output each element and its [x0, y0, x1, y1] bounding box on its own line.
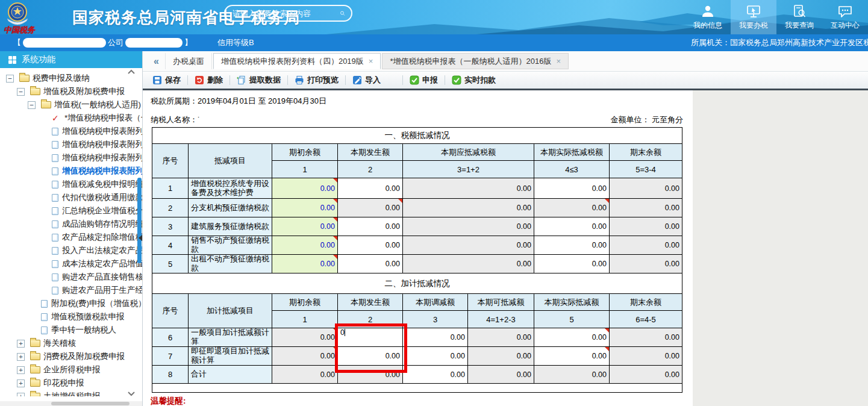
- document-icon: [52, 260, 58, 268]
- extract-data-button[interactable]: 提取数据: [234, 75, 283, 86]
- tree-item-agri-production[interactable]: 购进农产品用于生产经营: [0, 284, 142, 297]
- tab-vat-return-2016[interactable]: *增值税纳税申报表（一般纳税人适用）2016版 ×: [382, 53, 569, 69]
- close-tab-icon[interactable]: ×: [369, 57, 373, 66]
- tree-item-vat-appendix-1[interactable]: 增值税纳税申报表附列资料: [0, 125, 142, 138]
- cell-actual-deducted[interactable]: 0.00: [534, 347, 610, 366]
- tree-item-vat-prepay[interactable]: 增值税预缴税款申报: [0, 310, 142, 323]
- extract-data-icon: [237, 75, 246, 85]
- expand-toggle-icon[interactable]: +: [17, 393, 25, 397]
- collapse-toggle-icon[interactable]: −: [17, 88, 25, 96]
- nav-label: 我要查询: [785, 20, 814, 31]
- tree-folder-vat-surcharge[interactable]: −增值税及附加税费申报: [0, 85, 142, 98]
- tree-folder-tax-declaration[interactable]: −税费申报及缴纳: [0, 72, 142, 85]
- cell-current-amount[interactable]: 0.00: [338, 236, 403, 255]
- sidebar-horizontal-scrollbar-thumb[interactable]: [51, 402, 130, 405]
- cell-current-reduction[interactable]: 0.00: [403, 347, 468, 366]
- cell-ending-balance: 0.00: [610, 328, 682, 347]
- collapse-tabs-button[interactable]: «: [149, 56, 164, 67]
- cell-actual-deducted[interactable]: 0.00: [534, 217, 610, 236]
- tree-item-quarter-transfer[interactable]: 季中转一般纳税人: [0, 323, 142, 337]
- declare-button[interactable]: 申报: [407, 75, 440, 86]
- tree-item-input-output-method[interactable]: 投入产出法核定农产品增值: [0, 244, 142, 257]
- col-number: 1: [272, 161, 338, 178]
- tree-item-agri-deduction[interactable]: 农产品核定扣除增值税进项: [0, 231, 142, 244]
- tree-folder-corporate-income-tax[interactable]: +企业所得税申报: [0, 363, 142, 376]
- amount-unit-label: 金额单位：: [610, 115, 649, 124]
- cell-current-amount[interactable]: 0.00: [338, 255, 403, 273]
- nav-do-tax[interactable]: 我要办税: [731, 0, 776, 34]
- sidebar-horizontal-scrollbar[interactable]: [0, 401, 142, 406]
- import-button[interactable]: 导入: [350, 75, 383, 86]
- save-button[interactable]: 保存: [150, 75, 183, 86]
- scroll-down-icon[interactable]: [128, 392, 135, 396]
- document-icon: [52, 154, 58, 162]
- cell-actual-deducted: 0.00: [534, 199, 610, 217]
- tree-item-vat-reduction-detail[interactable]: 增值税减免税申报明细表: [0, 178, 142, 191]
- tree-folder-customs-audit[interactable]: +海关稽核: [0, 337, 142, 350]
- tab-desktop[interactable]: 办税桌面: [165, 53, 212, 69]
- row-item-label: 即征即退项目加计抵减额计算: [189, 347, 272, 366]
- nav-my-info[interactable]: 我的信息: [685, 0, 731, 34]
- sidebar-vertical-scrollbar-thumb[interactable]: [137, 178, 142, 263]
- expand-toggle-icon[interactable]: +: [17, 340, 25, 348]
- tree-item-vat-appendix-4-selected[interactable]: 增值税纳税申报表附列资料: [0, 164, 142, 178]
- folder-icon: [41, 101, 51, 108]
- taxpayer-infobar: 【 公司 】 信用等级B 所属机关： 国家税务总局郑州高新技术产业开发区税务局: [0, 34, 868, 51]
- annotation-highlight-box: [335, 323, 407, 373]
- realtime-pay-button[interactable]: 实时扣款: [449, 75, 498, 86]
- cell-current-amount: 0.00: [338, 199, 403, 217]
- folder-icon: [30, 88, 40, 95]
- tax-office: 所属机关： 国家税务总局郑州高新技术产业开发区税务局: [691, 34, 868, 51]
- expand-toggle-icon[interactable]: +: [17, 366, 25, 374]
- search-input[interactable]: [231, 8, 340, 19]
- cell-actual-deducted[interactable]: 0.00: [534, 178, 610, 199]
- tax-period-line: 税款所属期：2019年04月01日 至 2019年04月30日: [151, 96, 683, 107]
- tree-item-consolidated-vat[interactable]: 汇总纳税企业增值税分配表: [0, 204, 142, 217]
- close-tab-icon[interactable]: ×: [556, 57, 561, 66]
- print-preview-button[interactable]: 打印预览: [292, 75, 341, 86]
- col-header: 期末余额: [610, 294, 682, 311]
- cell-current-amount[interactable]: 0.00: [338, 178, 403, 199]
- nav-interaction[interactable]: 互动中心: [822, 0, 868, 34]
- expand-toggle-icon[interactable]: +: [17, 353, 25, 361]
- tree-item-refined-oil[interactable]: 成品油购销存情况明细表: [0, 217, 142, 231]
- cell-opening-balance[interactable]: 0.00: [272, 178, 338, 199]
- cell-actual-deducted[interactable]: 0.00: [534, 236, 610, 255]
- delete-button[interactable]: 删除: [192, 75, 225, 86]
- tab-label: *增值税纳税申报表（一般纳税人适用）2016版: [390, 56, 551, 67]
- tree-item-vat-return-main[interactable]: ✓*增值税纳税申报表（一般纳税人适用）: [0, 111, 142, 125]
- collapse-toggle-icon[interactable]: −: [28, 101, 36, 109]
- table-row: 1 增值税税控系统专用设备费及技术维护费 0.00 0.00 0.00 0.00…: [152, 178, 682, 199]
- bracket-open: 【: [13, 37, 21, 48]
- search-icon[interactable]: [340, 8, 345, 19]
- cell-opening-balance[interactable]: 0.00: [272, 199, 338, 217]
- tree-item-cost-method[interactable]: 成本法核定农产品增值税进: [0, 257, 142, 270]
- sidebar-collapse-handle[interactable]: [139, 235, 142, 241]
- cell-opening-balance[interactable]: 0.00: [272, 236, 338, 255]
- tree-item-vat-appendix-3[interactable]: 增值税纳税申报表附列资料: [0, 151, 142, 164]
- row-number: 8: [152, 366, 189, 384]
- expand-toggle-icon[interactable]: +: [17, 379, 25, 387]
- cell-current-amount[interactable]: 0.00: [338, 217, 403, 236]
- scroll-up-icon[interactable]: [128, 69, 135, 74]
- cell-actual-deducted[interactable]: 0.00: [534, 255, 610, 273]
- tree-folder-land-vat[interactable]: +土地增值税申报: [0, 390, 142, 396]
- tree-item-agri-direct-sale[interactable]: 购进农产品直接销售核定农: [0, 270, 142, 284]
- user-icon: [700, 4, 716, 19]
- cell-actual-deducted[interactable]: 0.00: [534, 328, 610, 347]
- tree-folder-stamp-tax[interactable]: +印花税申报: [0, 376, 142, 390]
- doc-search-icon: [792, 4, 807, 19]
- tree-item-vat-appendix-2[interactable]: 增值税纳税申报表附列资料: [0, 138, 142, 151]
- tree-folder-vat-general[interactable]: −增值税(一般纳税人适用): [0, 98, 142, 111]
- tree-folder-consumption-tax[interactable]: +消费税及附加税费申报: [0, 350, 142, 363]
- cell-opening-balance[interactable]: 0.00: [272, 255, 338, 273]
- global-search[interactable]: [224, 5, 352, 22]
- tree-item-surcharge-declare[interactable]: 附加税(费)申报（增值税）: [0, 297, 142, 310]
- section1-title: 一、税额抵减情况: [152, 128, 682, 144]
- collapse-toggle-icon[interactable]: −: [6, 75, 14, 83]
- cell-opening-balance[interactable]: 0.00: [272, 217, 338, 236]
- nav-inquiry[interactable]: 我要查询: [776, 0, 822, 34]
- tab-vat-appendix4-2019[interactable]: 增值税纳税申报表附列资料（四）2019版 ×: [213, 53, 381, 69]
- tree-item-withholding-payment[interactable]: 代扣代缴税收通用缴款书: [0, 191, 142, 204]
- cell-current-reduction[interactable]: 0.00: [403, 328, 468, 347]
